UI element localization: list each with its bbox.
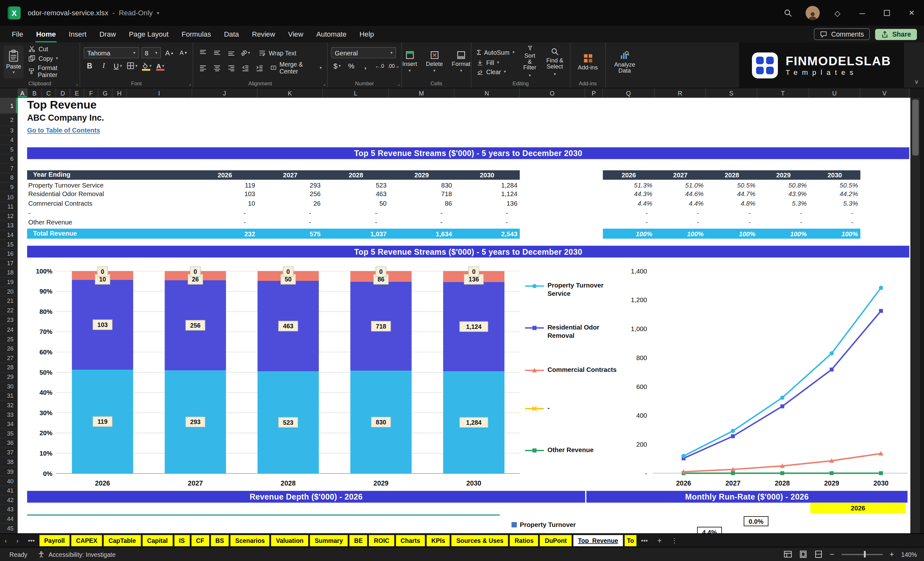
table-cell-2-1[interactable]: 26 [267, 199, 321, 208]
sheet-tab-charts[interactable]: Charts [396, 535, 425, 546]
sheet-tab-cf[interactable]: CF [191, 535, 209, 546]
sheet-tab-summary[interactable]: Summary [310, 535, 348, 546]
table-cell-3-3[interactable]: - [399, 208, 452, 218]
share-cell-0-0[interactable]: 51.3% [611, 180, 652, 189]
zoom-slider[interactable] [841, 554, 883, 555]
sheet-tab-dupont[interactable]: DuPont [540, 535, 572, 546]
vertical-scrollbar-thumb[interactable] [912, 100, 919, 156]
share-cell-3-0[interactable]: - [611, 208, 652, 218]
tab-menu-icon[interactable]: ⋮ [666, 537, 682, 544]
share-cell-1-3[interactable]: 43.9% [765, 190, 807, 199]
legend-item-property-turnover-service[interactable]: Property Turnover Service [524, 282, 617, 298]
share-cell-3-2[interactable]: - [714, 208, 756, 218]
table-cell-3-4[interactable]: - [464, 208, 518, 218]
sheet-tab-ratios[interactable]: Ratios [510, 535, 538, 546]
vertical-scrollbar[interactable] [911, 98, 920, 533]
zoom-level[interactable]: 140% [901, 551, 917, 558]
sheet-tab-valuation[interactable]: Valuation [271, 535, 308, 546]
table-cell-3-1[interactable]: - [267, 208, 321, 218]
runrate-year-cell[interactable]: 2026 [810, 503, 906, 513]
table-row-label-blank[interactable]: - [28, 208, 189, 218]
share-cell-0-1[interactable]: 51.0% [662, 180, 704, 189]
table-cell-0-1[interactable]: 293 [267, 180, 321, 189]
new-sheet-button[interactable]: + [653, 536, 667, 545]
runrate-percent-cell[interactable]: 0.0% [744, 516, 769, 526]
page-layout-view-icon[interactable] [799, 550, 807, 558]
sheet-tab-roic[interactable]: ROIC [369, 535, 394, 546]
table-cell-1-1[interactable]: 256 [267, 190, 321, 199]
table-cell-2-3[interactable]: 86 [399, 199, 452, 208]
sheet-tab-bs[interactable]: BS [211, 535, 229, 546]
share-cell-0-3[interactable]: 50.8% [765, 180, 807, 189]
collapse-ribbon-icon[interactable]: ∨ [915, 78, 919, 85]
table-cell-2-4[interactable]: 136 [464, 199, 518, 208]
table-cell-1-0[interactable]: 103 [202, 190, 255, 199]
table-cell-4-1[interactable]: - [267, 218, 321, 227]
table-cell-0-0[interactable]: 119 [202, 180, 255, 189]
share-cell-4-1[interactable]: - [662, 218, 704, 227]
share-cell-2-4[interactable]: 5.3% [817, 199, 858, 208]
table-cell-3-2[interactable]: - [334, 208, 387, 218]
legend-item-residential-odor-removal[interactable]: Residential Odor Removal [524, 324, 617, 339]
tab-scroll-left-icon[interactable]: ‹ [0, 537, 12, 544]
sheet-tab-top-revenue[interactable]: Top_Revenue [573, 535, 623, 546]
legend-item-commercial-contracts[interactable]: Commercial Contracts [524, 366, 617, 375]
sheet-tab-to[interactable]: To [625, 535, 636, 546]
table-cell-0-3[interactable]: 830 [399, 180, 452, 189]
share-cell-2-3[interactable]: 5.3% [765, 199, 807, 208]
legend-item-other-revenue[interactable]: Other Revenue [524, 446, 617, 455]
share-cell-0-4[interactable]: 50.5% [817, 180, 858, 189]
sheet-tab-is[interactable]: IS [174, 535, 189, 546]
share-cell-1-4[interactable]: 44.2% [817, 190, 858, 199]
table-cell-0-2[interactable]: 523 [334, 180, 387, 189]
share-cell-1-0[interactable]: 44.3% [611, 190, 652, 199]
table-row-label-residential-odor-removal[interactable]: Residential Odor Removal [28, 190, 189, 199]
table-row-label-commercial-contracts[interactable]: Commercial Contracts [28, 199, 189, 208]
share-cell-2-0[interactable]: 4.4% [611, 199, 652, 208]
share-cell-1-1[interactable]: 44.6% [662, 190, 704, 199]
sheet-tab-kpis[interactable]: KPIs [427, 535, 450, 546]
table-cell-0-4[interactable]: 1,284 [464, 180, 518, 189]
table-cell-3-0[interactable]: - [202, 208, 255, 218]
sheet-tab-payroll[interactable]: Payroll [39, 535, 69, 546]
share-cell-3-4[interactable]: - [817, 208, 858, 218]
depth-percent-cell[interactable]: 4.4% [697, 527, 722, 533]
table-cell-1-3[interactable]: 718 [399, 190, 452, 199]
share-cell-4-3[interactable]: - [765, 218, 807, 227]
table-row-label-other-revenue[interactable]: Other Revenue [28, 218, 189, 227]
share-cell-3-1[interactable]: - [662, 208, 704, 218]
share-cell-2-2[interactable]: 4.8% [714, 199, 756, 208]
table-cell-4-3[interactable]: - [399, 218, 452, 227]
legend-item-blank[interactable]: - [524, 404, 617, 413]
share-cell-0-2[interactable]: 50.5% [714, 180, 756, 189]
tab-overflow-icon[interactable]: ••• [636, 537, 653, 544]
share-cell-2-1[interactable]: 4.4% [662, 199, 704, 208]
sheet-tab-sources-uses[interactable]: Sources & Uses [452, 535, 508, 546]
table-cell-4-2[interactable]: - [334, 218, 387, 227]
sheet-tab-scenarios[interactable]: Scenarios [231, 535, 270, 546]
normal-view-icon[interactable] [784, 550, 792, 558]
share-cell-4-4[interactable]: - [817, 218, 858, 227]
table-cell-2-0[interactable]: 10 [202, 199, 255, 208]
tab-list-icon[interactable]: ••• [23, 537, 39, 544]
sheet-tab-captable[interactable]: CapTable [104, 535, 141, 546]
zoom-in-button[interactable]: + [890, 550, 894, 559]
sheet-tab-capital[interactable]: Capital [142, 535, 172, 546]
accessibility-status[interactable]: Accessibility: Investigate [38, 551, 116, 558]
sheet-tab-be[interactable]: BE [349, 535, 368, 546]
table-cell-1-2[interactable]: 463 [334, 190, 387, 199]
toc-link[interactable]: Go to Table of Contents [27, 127, 100, 134]
table-cell-1-4[interactable]: 1,124 [464, 190, 518, 199]
share-cell-4-2[interactable]: - [714, 218, 756, 227]
share-cell-3-3[interactable]: - [765, 208, 807, 218]
table-cell-4-0[interactable]: - [202, 218, 255, 227]
page-break-view-icon[interactable] [814, 550, 823, 558]
share-cell-1-2[interactable]: 44.7% [714, 190, 756, 199]
sheet-tab-capex[interactable]: CAPEX [71, 535, 102, 546]
table-cell-2-2[interactable]: 50 [334, 199, 387, 208]
zoom-out-button[interactable]: − [830, 550, 834, 559]
table-row-label-property-turnover-service[interactable]: Property Turnover Service [28, 180, 189, 189]
tab-scroll-right-icon[interactable]: › [12, 537, 23, 544]
share-cell-4-0[interactable]: - [611, 218, 652, 227]
table-cell-4-4[interactable]: - [464, 218, 518, 227]
